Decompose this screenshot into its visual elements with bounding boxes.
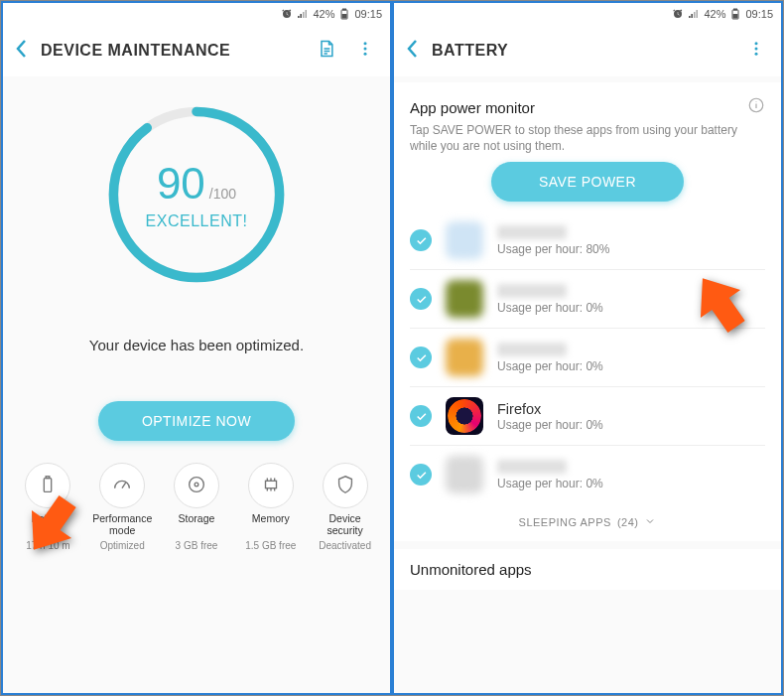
- score-ring: 90/100 EXCELLENT!: [3, 100, 390, 289]
- category-row: Battery 17 h 10 m Performance mode Optim…: [3, 463, 390, 551]
- app-usage: Usage per hour: 0%: [497, 418, 765, 432]
- svg-rect-1: [343, 9, 346, 10]
- screen-battery: 42% 09:15 BATTERY App power monitor Tap …: [392, 1, 783, 695]
- back-icon[interactable]: [406, 38, 420, 64]
- status-bar: 42% 09:15: [3, 3, 390, 25]
- app-row[interactable]: FirefoxUsage per hour: 0%: [394, 387, 781, 445]
- cat-battery[interactable]: Battery 17 h 10 m: [14, 463, 81, 551]
- app-info: Usage per hour: 80%: [497, 225, 765, 256]
- save-power-button[interactable]: SAVE POWER: [491, 162, 684, 202]
- checkbox-icon[interactable]: [410, 288, 432, 310]
- score-total: /100: [209, 186, 236, 202]
- app-name: Firefox: [497, 401, 765, 417]
- app-usage: Usage per hour: 0%: [497, 359, 765, 373]
- sleeping-apps-count: (24): [617, 516, 639, 528]
- section-subtitle: Tap SAVE POWER to stop these apps from u…: [410, 122, 765, 154]
- unmonitored-apps-title[interactable]: Unmonitored apps: [394, 549, 781, 590]
- app-info: Usage per hour: 0%: [497, 460, 765, 490]
- battery-icon: [338, 8, 350, 20]
- app-row[interactable]: Usage per hour: 0%: [394, 329, 781, 386]
- checkbox-icon[interactable]: [410, 405, 432, 427]
- app-power-monitor-section: App power monitor Tap SAVE POWER to stop…: [394, 82, 781, 211]
- sleeping-apps-button[interactable]: SLEEPING APPS (24): [394, 503, 781, 541]
- cat-sub: Optimized: [100, 540, 145, 551]
- app-info: FirefoxUsage per hour: 0%: [497, 401, 765, 432]
- alarm-icon: [281, 8, 293, 20]
- app-name-redacted: [497, 225, 567, 239]
- status-bar: 42% 09:15: [394, 3, 781, 25]
- app-header: DEVICE MAINTENANCE: [3, 25, 390, 76]
- cat-sub: Deactivated: [319, 540, 371, 551]
- svg-point-18: [755, 53, 758, 56]
- screen-device-maintenance: 42% 09:15 DEVICE MAINTENANCE 90/100 EXCE…: [1, 1, 392, 695]
- info-icon[interactable]: [747, 96, 765, 118]
- battery-icon: [37, 474, 59, 497]
- battery-pct: 42%: [313, 8, 334, 20]
- app-name-redacted: [497, 343, 567, 356]
- sleeping-apps-label: SLEEPING APPS: [519, 516, 611, 528]
- app-name-redacted: [497, 460, 567, 474]
- optimized-message: Your device has been optimized.: [3, 337, 390, 353]
- battery-pct: 42%: [704, 8, 725, 20]
- svg-point-5: [364, 53, 367, 56]
- svg-point-16: [755, 42, 758, 45]
- storage-icon: [186, 474, 207, 497]
- battery-icon: [729, 8, 741, 20]
- cat-storage[interactable]: Storage 3 GB free: [163, 463, 230, 551]
- page-title: DEVICE MAINTENANCE: [41, 42, 301, 60]
- cat-sub: 1.5 GB free: [245, 540, 296, 551]
- app-list: Usage per hour: 80%Usage per hour: 0%Usa…: [394, 211, 781, 503]
- cat-label: Battery: [32, 512, 65, 536]
- score-value: 90: [157, 159, 205, 208]
- app-row[interactable]: Usage per hour: 0%: [394, 446, 781, 503]
- checkbox-icon[interactable]: [410, 229, 432, 251]
- svg-rect-8: [45, 479, 52, 492]
- cat-security[interactable]: Device security Deactivated: [312, 463, 379, 551]
- app-header: BATTERY: [394, 25, 781, 76]
- app-icon: [446, 339, 483, 376]
- signal-icon: [688, 8, 700, 20]
- clock-time: 09:15: [745, 8, 773, 20]
- app-name-redacted: [497, 284, 567, 298]
- cat-performance[interactable]: Performance mode Optimized: [88, 463, 156, 551]
- cat-memory[interactable]: Memory 1.5 GB free: [237, 463, 305, 551]
- app-icon: [446, 397, 483, 435]
- optimize-now-button[interactable]: OPTIMIZE NOW: [98, 401, 295, 441]
- app-usage: Usage per hour: 0%: [497, 301, 765, 315]
- cat-label: Storage: [179, 512, 215, 536]
- report-icon[interactable]: [313, 35, 340, 67]
- shield-icon: [334, 474, 356, 497]
- checkbox-icon[interactable]: [410, 464, 432, 486]
- app-usage: Usage per hour: 0%: [497, 477, 765, 490]
- app-icon: [446, 221, 483, 259]
- cat-label: Performance mode: [88, 512, 156, 536]
- cat-sub: 3 GB free: [176, 540, 218, 551]
- svg-rect-12: [265, 481, 276, 487]
- cat-sub: 17 h 10 m: [26, 540, 69, 551]
- section-title: App power monitor: [410, 99, 535, 116]
- svg-point-10: [190, 478, 204, 492]
- more-icon[interactable]: [352, 35, 378, 67]
- back-icon[interactable]: [15, 38, 29, 64]
- checkbox-icon[interactable]: [410, 347, 432, 368]
- chevron-down-icon: [644, 515, 656, 529]
- svg-rect-14: [734, 9, 737, 10]
- app-info: Usage per hour: 0%: [497, 284, 765, 315]
- app-icon: [446, 456, 483, 493]
- app-usage: Usage per hour: 80%: [497, 242, 765, 256]
- app-row[interactable]: Usage per hour: 0%: [394, 270, 781, 328]
- cat-label: Device security: [312, 512, 379, 536]
- app-info: Usage per hour: 0%: [497, 343, 765, 373]
- svg-point-4: [364, 48, 367, 51]
- svg-rect-9: [47, 477, 51, 479]
- cat-label: Memory: [252, 512, 290, 536]
- app-row[interactable]: Usage per hour: 80%: [394, 211, 781, 269]
- more-icon[interactable]: [743, 35, 769, 67]
- signal-icon: [297, 8, 309, 20]
- svg-point-17: [755, 48, 758, 51]
- page-title: BATTERY: [432, 42, 731, 60]
- svg-rect-2: [342, 15, 346, 19]
- score-label: EXCELLENT!: [146, 212, 248, 230]
- gauge-icon: [111, 474, 133, 497]
- memory-icon: [260, 474, 282, 497]
